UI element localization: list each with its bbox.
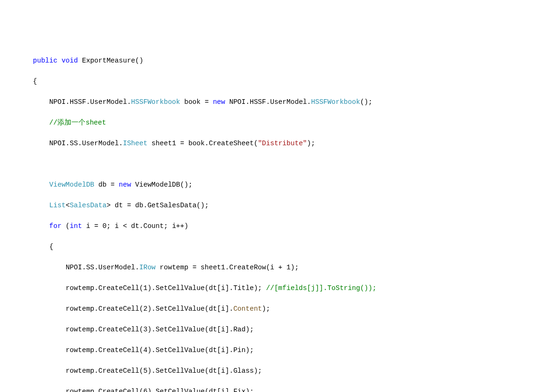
type: SalesData bbox=[70, 202, 106, 209]
code-line: NPOI.HSSF.UserModel.HSSFWorkbook book = … bbox=[33, 97, 541, 107]
property: Content bbox=[233, 305, 262, 313]
method-name: ExportMeasure bbox=[82, 57, 135, 64]
brace: { bbox=[49, 243, 54, 251]
text: rowtemp.CreateCell( bbox=[66, 284, 143, 292]
text: ).SetCellValue(dt[i].Glass); bbox=[148, 367, 262, 375]
code-line: rowtemp.CreateCell(3).SetCellValue(dt[i]… bbox=[33, 324, 541, 335]
text: ).SetCellValue(dt[i].Title); bbox=[148, 284, 266, 292]
namespace: NPOI.HSSF.UserModel. bbox=[49, 98, 131, 106]
code-line: for (int i = 0; i < dt.Count; i++) bbox=[33, 221, 541, 231]
code-line: rowtemp.CreateCell(2).SetCellValue(dt[i]… bbox=[33, 304, 541, 314]
number: 1 bbox=[143, 284, 148, 292]
keyword: public bbox=[33, 57, 57, 64]
number: 6 bbox=[143, 388, 148, 392]
code-line: ViewModelDB db = new ViewModelDB(); bbox=[33, 180, 541, 190]
text: sheet1 = book.CreateSheet( bbox=[148, 140, 258, 147]
number: 5 bbox=[143, 367, 148, 375]
type: List bbox=[49, 202, 66, 209]
type: IRow bbox=[139, 264, 156, 271]
code-line: NPOI.SS.UserModel.IRow rowtemp = sheet1.… bbox=[33, 262, 541, 273]
brace: { bbox=[33, 78, 37, 85]
text: ); bbox=[307, 140, 315, 147]
number: 0 bbox=[102, 222, 107, 230]
code-line: rowtemp.CreateCell(4).SetCellValue(dt[i]… bbox=[33, 345, 541, 355]
keyword: new bbox=[119, 181, 131, 188]
text: ).SetCellValue(dt[i]. bbox=[148, 305, 234, 313]
string: "Distribute" bbox=[258, 140, 307, 147]
number: 1 bbox=[287, 264, 291, 271]
text: ).SetCellValue(dt[i].Pin); bbox=[148, 346, 254, 354]
keyword: void bbox=[62, 57, 78, 64]
namespace: NPOI.HSSF.UserModel. bbox=[225, 98, 311, 106]
text: rowtemp.CreateCell( bbox=[66, 326, 143, 333]
comment: //添加一个sheet bbox=[49, 119, 106, 126]
type: ViewModelDB bbox=[49, 181, 94, 188]
text: dt = db.GetSalesData(); bbox=[110, 202, 209, 209]
keyword: new bbox=[213, 98, 225, 106]
type: ISheet bbox=[123, 140, 147, 147]
number: 4 bbox=[143, 346, 148, 354]
namespace: NPOI.SS.UserModel. bbox=[49, 140, 123, 147]
text: rowtemp.CreateCell( bbox=[66, 388, 143, 392]
code-line: { bbox=[33, 76, 541, 86]
text: ( bbox=[62, 222, 70, 230]
code-line: public void ExportMeasure() bbox=[33, 55, 541, 66]
text: rowtemp.CreateCell( bbox=[66, 367, 143, 375]
code-line: //添加一个sheet bbox=[33, 118, 541, 128]
text: book = bbox=[180, 98, 213, 106]
text: rowtemp.CreateCell( bbox=[66, 305, 143, 313]
code-line: rowtemp.CreateCell(6).SetCellValue(dt[i]… bbox=[33, 386, 541, 392]
text: rowtemp.CreateCell( bbox=[66, 346, 143, 354]
keyword: int bbox=[70, 222, 82, 230]
code-editor[interactable]: public void ExportMeasure() { NPOI.HSSF.… bbox=[33, 55, 541, 392]
number: 2 bbox=[143, 305, 148, 313]
text: ).SetCellValue(dt[i].Rad); bbox=[148, 326, 254, 333]
code-line: rowtemp.CreateCell(5).SetCellValue(dt[i]… bbox=[33, 366, 541, 376]
text: ; i < dt.Count; i++) bbox=[107, 222, 188, 230]
type: ViewModelDB bbox=[131, 181, 180, 188]
namespace: NPOI.SS.UserModel. bbox=[66, 264, 140, 271]
code-line-blank bbox=[33, 159, 541, 169]
text: i = bbox=[82, 222, 102, 230]
text: (); bbox=[180, 181, 192, 188]
text: ).SetCellValue(dt[i].Fix); bbox=[148, 388, 254, 392]
text: (); bbox=[360, 98, 372, 106]
text: ); bbox=[290, 264, 298, 271]
keyword: for bbox=[49, 222, 62, 230]
text: () bbox=[135, 57, 143, 64]
comment: //[mfields[j]].ToString()); bbox=[266, 284, 376, 292]
code-line: { bbox=[33, 242, 541, 252]
text: ); bbox=[262, 305, 270, 313]
code-line: rowtemp.CreateCell(1).SetCellValue(dt[i]… bbox=[33, 283, 541, 293]
code-line: List<SalesData> dt = db.GetSalesData(); bbox=[33, 200, 541, 211]
number: 3 bbox=[143, 326, 148, 333]
text: db = bbox=[94, 181, 119, 188]
type: HSSFWorkbook bbox=[311, 98, 360, 106]
type: HSSFWorkbook bbox=[131, 98, 180, 106]
text: rowtemp = sheet1.CreateRow(i + bbox=[156, 264, 286, 271]
code-line: NPOI.SS.UserModel.ISheet sheet1 = book.C… bbox=[33, 138, 541, 149]
